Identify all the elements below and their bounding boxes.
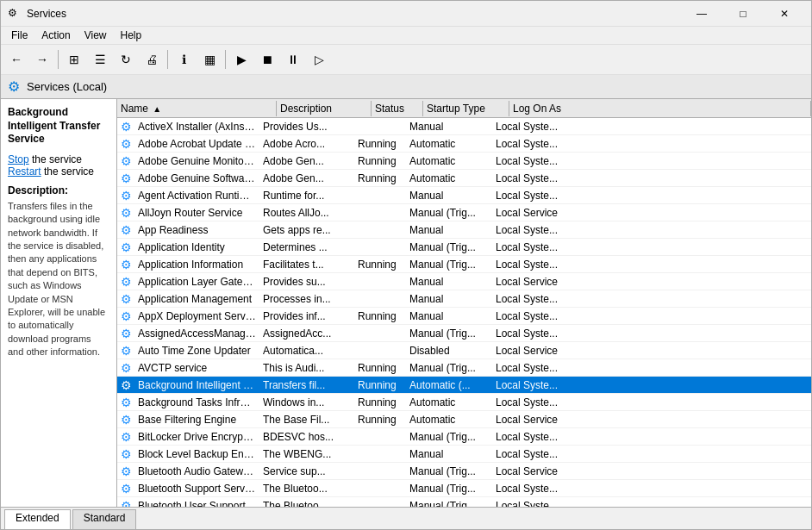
service-row[interactable]: ⚙Block Level Backup Engine ...The WBENG.… (117, 446, 811, 463)
service-row[interactable]: ⚙Auto Time Zone UpdaterAutomatica...Disa… (117, 342, 811, 359)
tab-standard[interactable]: Standard (72, 509, 137, 529)
service-row[interactable]: ⚙AVCTP serviceThis is Audi...RunningManu… (117, 359, 811, 377)
col-header-status[interactable]: Status (372, 101, 423, 116)
header-icon: ⚙ (8, 78, 20, 95)
service-row[interactable]: ⚙Application IdentityDetermines ...Manua… (117, 239, 811, 256)
service-row[interactable]: ⚙Adobe Genuine Monitor Ser...Adobe Gen..… (117, 153, 811, 170)
service-startup: Manual (Trig... (406, 362, 492, 374)
service-row[interactable]: ⚙Adobe Acrobat Update Serv...Adobe Acro.… (117, 135, 811, 153)
resume-button[interactable]: ▷ (307, 47, 331, 72)
service-row[interactable]: ⚙AllJoyn Router ServiceRoutes AllJo...Ma… (117, 204, 811, 221)
show-hide-button[interactable]: ⊞ (62, 47, 86, 72)
service-desc: Automatica... (259, 345, 354, 357)
pause-button[interactable]: ⏸ (281, 47, 305, 72)
service-logon: Local Service (492, 207, 811, 219)
service-name: Bluetooth Support Service (134, 483, 259, 495)
service-startup: Manual (406, 276, 492, 288)
service-row[interactable]: ⚙Agent Activation Runtime_...Runtime for… (117, 187, 811, 204)
service-logon: Local Syste... (492, 362, 811, 374)
service-row[interactable]: ⚙Background Tasks Infrastruc...Windows i… (117, 394, 811, 411)
start-button[interactable]: ▶ (229, 47, 253, 72)
stop-service-link[interactable]: Stop (8, 153, 29, 165)
service-desc: Adobe Acro... (259, 138, 354, 150)
maximize-button[interactable]: □ (723, 1, 763, 27)
col-header-name[interactable]: Name ▲ (117, 101, 277, 116)
service-name: Auto Time Zone Updater (134, 345, 259, 357)
service-desc: The Bluetoo... (259, 500, 354, 508)
menu-action[interactable]: Action (34, 28, 77, 43)
col-header-startup[interactable]: Startup Type (423, 101, 509, 116)
refresh-button[interactable]: ↻ (114, 47, 138, 72)
service-icon: ⚙ (117, 344, 134, 358)
service-row[interactable]: ⚙Bluetooth Support ServiceThe Bluetoo...… (117, 480, 811, 497)
service-row[interactable]: ⚙Application ManagementProcesses in...Ma… (117, 290, 811, 308)
forward-button[interactable]: → (30, 47, 54, 72)
service-row[interactable]: ⚙ActiveX Installer (AxInstSV)Provides Us… (117, 118, 811, 135)
service-row[interactable]: ⚙App ReadinessGets apps re...ManualLocal… (117, 221, 811, 239)
service-row[interactable]: ⚙Bluetooth User Support Ser...The Blueto… (117, 497, 811, 507)
service-icon: ⚙ (117, 258, 134, 271)
menu-file[interactable]: File (4, 28, 34, 43)
service-icon: ⚙ (117, 171, 134, 185)
service-desc: Adobe Gen... (259, 155, 354, 167)
service-startup: Automatic (406, 414, 492, 426)
service-startup: Disabled (406, 345, 492, 357)
print-button[interactable]: 🖨 (140, 47, 164, 72)
service-logon: Local Syste... (492, 448, 811, 460)
service-row[interactable]: ⚙Base Filtering EngineThe Base Fil...Run… (117, 411, 811, 428)
col-header-desc[interactable]: Description (277, 101, 372, 116)
service-row[interactable]: ⚙BitLocker Drive Encryption ...BDESVC ho… (117, 428, 811, 446)
service-startup: Manual (Trig... (406, 483, 492, 495)
service-startup: Manual (406, 310, 492, 322)
service-name: ActiveX Installer (AxInstSV) (134, 121, 259, 133)
right-panel: Name ▲ Description Status Startup Type L… (117, 99, 811, 507)
service-row[interactable]: ⚙AppX Deployment Service (...Provides in… (117, 308, 811, 325)
left-panel: Background Intelligent Transfer Service … (1, 99, 117, 507)
service-actions: Stop the service Restart the service (8, 153, 109, 178)
service-logon: Local Syste... (492, 190, 811, 202)
list-button[interactable]: ☰ (88, 47, 112, 72)
service-startup: Manual (406, 224, 492, 236)
service-logon: Local Syste... (492, 431, 811, 443)
service-status: Running (354, 396, 406, 408)
service-logon: Local Syste... (492, 500, 811, 508)
main-window: ⚙ Services — □ ✕ File Action View Help ←… (0, 0, 812, 530)
service-row[interactable]: ⚙Background Intelligent Tran...Transfers… (117, 377, 811, 394)
service-icon: ⚙ (117, 396, 134, 409)
back-button[interactable]: ← (4, 47, 28, 72)
service-desc: This is Audi... (259, 362, 354, 374)
main-container: ⚙ Services (Local) Background Intelligen… (1, 75, 811, 529)
service-name: Background Intelligent Tran... (134, 379, 259, 391)
service-name: Application Layer Gateway ... (134, 276, 259, 288)
service-startup: Manual (406, 121, 492, 133)
col-header-logon[interactable]: Log On As (509, 101, 811, 116)
restart-service-text: the service (41, 165, 94, 178)
service-row[interactable]: ⚙Application InformationFacilitates t...… (117, 256, 811, 273)
service-icon: ⚙ (117, 447, 134, 461)
grid-button[interactable]: ▦ (197, 47, 222, 72)
service-desc: Provides Us... (259, 121, 354, 133)
service-row[interactable]: ⚙AssignedAccessManager Se...AssignedAcc.… (117, 325, 811, 342)
services-list[interactable]: ⚙ActiveX Installer (AxInstSV)Provides Us… (117, 118, 811, 507)
properties-button[interactable]: ℹ (172, 47, 196, 72)
service-desc: The Bluetoo... (259, 483, 354, 495)
service-row[interactable]: ⚙Bluetooth Audio Gateway S...Service sup… (117, 463, 811, 480)
service-desc: Service sup... (259, 465, 354, 477)
service-icon: ⚙ (117, 499, 134, 508)
stop-button[interactable]: ⏹ (255, 47, 279, 72)
menu-view[interactable]: View (78, 28, 114, 43)
service-icon: ⚙ (117, 223, 134, 237)
minimize-button[interactable]: — (682, 1, 721, 27)
close-button[interactable]: ✕ (765, 1, 804, 27)
restart-service-link[interactable]: Restart (8, 165, 41, 178)
service-startup: Automatic (406, 172, 492, 184)
service-row[interactable]: ⚙Application Layer Gateway ...Provides s… (117, 273, 811, 290)
service-icon: ⚙ (117, 361, 134, 375)
tab-extended[interactable]: Extended (4, 509, 71, 530)
service-name: Adobe Genuine Software In... (134, 172, 259, 184)
service-name: App Readiness (134, 224, 259, 236)
service-logon: Local Syste... (492, 396, 811, 408)
menu-help[interactable]: Help (114, 28, 149, 43)
service-desc: Provides inf... (259, 310, 354, 322)
service-row[interactable]: ⚙Adobe Genuine Software In...Adobe Gen..… (117, 170, 811, 187)
